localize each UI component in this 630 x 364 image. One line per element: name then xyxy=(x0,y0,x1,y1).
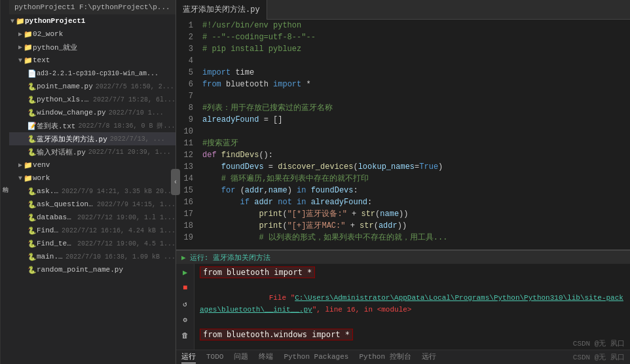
error-line-1: File "C:\Users\Administrator\AppData\Loc… xyxy=(200,280,625,327)
python-icon: 🐍 xyxy=(28,266,37,274)
tree-label: Find.py xyxy=(37,227,59,234)
tree-label: Find_test.py xyxy=(37,240,75,247)
tab-terminal[interactable]: 终端 xyxy=(259,352,273,363)
run-label-text: 运行: 蓝牙添加关闭方法 xyxy=(190,253,270,263)
code-line xyxy=(202,55,630,67)
tree-meta: 2022/7/13, ... xyxy=(110,136,165,143)
tree-item-python-career[interactable]: ▶ 📁 python_就业 xyxy=(9,41,176,54)
tree-meta: 2022/7/10 1... xyxy=(109,109,164,117)
code-line: print("[+]蓝牙MAC:" + str(addr)) xyxy=(202,220,630,232)
tree-item-main[interactable]: 🐍 main.py 2022/7/10 16:38, 1.09 kB ... xyxy=(9,250,176,263)
run-settings-button[interactable]: ⚙ xyxy=(179,314,191,325)
editor-tab-bar: 蓝牙添加关闭方法.py xyxy=(176,0,630,20)
tree-item-find-test[interactable]: 🐍 Find_test.py 2022/7/12 19:00, 4.5 1... xyxy=(9,237,176,250)
arrow-icon: ▼ xyxy=(18,57,22,64)
tab-todo[interactable]: TODO xyxy=(206,353,223,362)
python-icon: 🐍 xyxy=(28,96,37,104)
tree-item-find[interactable]: 🐍 Find.py 2022/7/12 16:16, 4.24 kB 1... xyxy=(9,224,176,237)
tree-item-point-name[interactable]: 🐍 point_name.py 2022/7/5 16:50, 2... xyxy=(9,80,176,93)
explorer-panel: pythonProject1 F:\pythonProject\p... ▼ 📁… xyxy=(9,0,176,364)
python-icon: 🐍 xyxy=(28,227,37,235)
tree-label: 输入对话框.py xyxy=(37,147,86,157)
collapse-panel-button[interactable]: ‹ xyxy=(171,169,180,195)
tree-item-database[interactable]: 🐍 database.py 2022/7/12 19:00, 1.l 1... xyxy=(9,211,176,224)
tree-item-python-xls[interactable]: 🐍 python_xls.py 2022/7/7 15:28, 6l... xyxy=(9,93,176,106)
run-rerun-button[interactable]: ↺ xyxy=(179,298,191,310)
tree-item-text[interactable]: ▼ 📁 text xyxy=(9,54,176,67)
file-icon: 📄 xyxy=(28,69,37,78)
code-line: from bluetooth import * xyxy=(202,79,630,90)
code-line: if addr not in alreadyFound: xyxy=(202,196,630,208)
tree-label: 02_work xyxy=(33,30,63,38)
tree-label: python_xls.py xyxy=(37,96,90,103)
python-icon: 🐍 xyxy=(28,253,37,261)
python-icon: 🐍 xyxy=(28,187,37,196)
editor-tab-bluetooth[interactable]: 蓝牙添加关闭方法.py xyxy=(176,0,267,20)
arrow-icon: ▶ xyxy=(18,43,22,51)
tree-label: ask.py xyxy=(37,187,59,195)
tree-meta: 2022/7/11 20:39, 1... xyxy=(88,149,171,156)
folder-icon: 📁 xyxy=(24,56,33,65)
code-line: # 以列表的形式，如果列表中不存在的就，用工具... xyxy=(202,232,630,244)
tree-item-input-dialog[interactable]: 🐍 输入对话框.py 2022/7/11 20:39, 1... xyxy=(9,145,176,158)
code-editor[interactable]: 1 2 3 4 5 6 7 8 9 10 11 ▼12 13 14 xyxy=(176,20,630,249)
tree-item-ask-question[interactable]: 🐍 ask_question.py 2022/7/9 14:15, 1... xyxy=(9,198,176,211)
arrow-icon: ▼ xyxy=(18,175,22,182)
editor-area: 蓝牙添加关闭方法.py 1 2 3 4 5 6 7 8 9 xyxy=(176,0,630,364)
tree-item-qiandao[interactable]: 📝 签到表.txt 2022/7/8 18:36, 0 B 拼... xyxy=(9,119,176,132)
code-line: foundDevs = discover_devices(lookup_name… xyxy=(202,161,630,173)
folder-icon: 📁 xyxy=(16,17,25,26)
tab-python-console[interactable]: Python 控制台 xyxy=(359,352,411,363)
tree-item-work[interactable]: ▼ 📁 work xyxy=(9,172,176,185)
run-stop-button[interactable]: ■ xyxy=(179,282,191,294)
tree-item-ad3[interactable]: 📄 ad3-2.2.1-cp310-cp310-win_am... xyxy=(9,67,176,80)
tree-label: venv xyxy=(33,161,50,169)
tree-item-random-point[interactable]: 🐍 random_point_name.py xyxy=(9,263,176,276)
tree-label: 签到表.txt xyxy=(37,121,75,131)
tree-label: ad3-2.2.1-cp310-cp310-win_am... xyxy=(37,70,158,77)
run-controls-bar: ▶ ■ ↺ ⚙ 🗑 xyxy=(176,264,195,350)
explorer-title: pythonProject1 F:\pythonProject\p... xyxy=(14,3,170,11)
run-label-bar: ▶ 运行: 蓝牙添加关闭方法 xyxy=(176,251,630,264)
tree-item-02work[interactable]: ▶ 📁 02_work xyxy=(9,27,176,41)
python-icon: 🐍 xyxy=(28,240,37,248)
python-icon: 🐍 xyxy=(28,148,37,156)
python-icon: 🐍 xyxy=(28,109,37,117)
tree-item-venv[interactable]: ▶ 📁 venv xyxy=(9,158,176,172)
path-link-1[interactable]: C:\Users\Administrator\AppData\Local\Pro… xyxy=(200,294,623,314)
code-line: #!/usr/bin/env python xyxy=(202,20,630,31)
python-icon: 🐍 xyxy=(28,82,37,91)
tab-python-packages[interactable]: Python Packages xyxy=(284,353,348,362)
tree-item-ask[interactable]: 🐍 ask.py 2022/7/9 14:21, 3.35 kB 20... xyxy=(9,185,176,198)
tree-item-root[interactable]: ▼ 📁 pythonProject1 xyxy=(9,14,176,27)
explorer-tree[interactable]: ▼ 📁 pythonProject1 ▶ 📁 02_work ▶ 📁 pytho… xyxy=(9,14,176,364)
tree-label: work xyxy=(33,174,50,182)
run-panel: ▶ 运行: 蓝牙添加关闭方法 ▶ ■ ↺ ⚙ 🗑 xyxy=(176,249,630,364)
tree-meta: 2022/7/12 16:16, 4.24 kB 1... xyxy=(62,227,176,234)
tree-label: text xyxy=(33,56,50,64)
code-content[interactable]: #!/usr/bin/env python # --"--coding=utf-… xyxy=(197,20,630,249)
app-window: 结构 pythonProject1 F:\pythonProject\p... … xyxy=(0,0,630,364)
tab-run[interactable]: 运行 xyxy=(181,352,196,363)
tab-problems[interactable]: 问题 xyxy=(234,352,248,363)
tree-label: ask_question.py xyxy=(37,200,94,208)
run-output[interactable]: from bluetooth import * File "C:\Users\A… xyxy=(195,264,630,350)
arrow-icon: ▶ xyxy=(18,161,22,169)
run-play-button[interactable]: ▶ xyxy=(179,266,191,278)
run-body: ▶ ■ ↺ ⚙ 🗑 from bluetooth import * xyxy=(176,264,630,350)
tree-label: python_就业 xyxy=(33,43,77,52)
run-trash-button[interactable]: 🗑 xyxy=(179,329,191,341)
highlight-box-2: from bluetooth.windows import * xyxy=(200,329,353,340)
tree-label: random_point_name.py xyxy=(37,266,123,274)
code-line: #列表：用于存放已搜索过的蓝牙名称 xyxy=(202,102,630,114)
folder-icon: 📁 xyxy=(24,174,33,183)
arrow-icon: ▼ xyxy=(10,18,14,25)
tree-meta: 2022/7/10 16:38, 1.09 kB ... xyxy=(65,253,176,261)
sidebar-activity-bar: 结构 xyxy=(0,0,9,364)
tab-label: 蓝牙添加关闭方法.py xyxy=(183,4,260,15)
folder-icon: 📁 xyxy=(24,43,33,52)
tree-item-window-change[interactable]: 🐍 window_change.py 2022/7/10 1... xyxy=(9,106,176,119)
tree-meta: 2022/7/7 15:28, 6l... xyxy=(93,96,176,103)
tree-item-bluetooth-method[interactable]: 🐍 蓝牙添加关闭方法.py 2022/7/13, ... xyxy=(9,132,176,145)
tab-run2[interactable]: 远行 xyxy=(422,352,436,363)
